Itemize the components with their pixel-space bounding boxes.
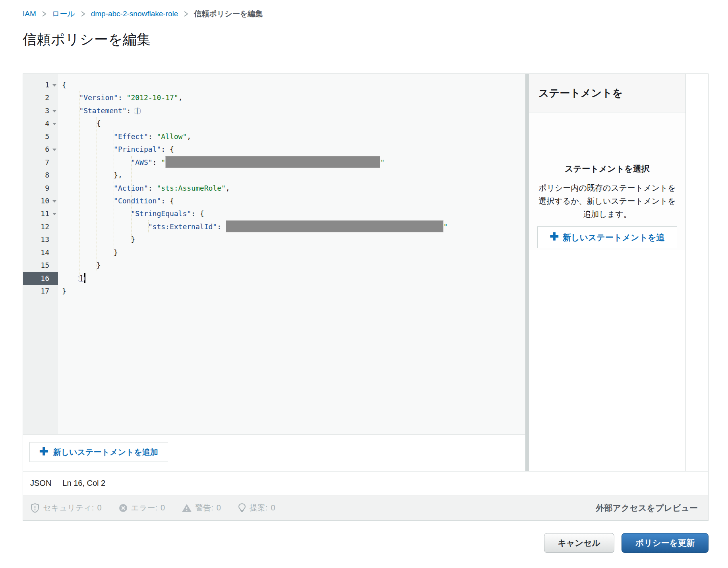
code-line[interactable]: 15 } [23,259,525,272]
fold-toggle-icon[interactable] [52,110,56,112]
code-line[interactable]: 6 "Principal": { [23,143,525,156]
code-line-text[interactable]: { [58,79,66,91]
code-line[interactable]: 10 "Condition": { [23,195,525,207]
select-statement-title: ステートメントを選択 [529,163,685,174]
chevron-right-icon [81,10,85,18]
json-code-editor[interactable]: 1{2 "Version": "2012-10-17",3 "Statement… [23,74,525,435]
line-number[interactable]: 6 [23,143,58,156]
code-line-text[interactable]: } [58,285,66,298]
policy-editor-column: 1{2 "Version": "2012-10-17",3 "Statement… [23,74,525,471]
line-number[interactable]: 9 [23,182,58,195]
code-token: }, [62,171,122,179]
code-token [62,106,79,115]
fold-toggle-icon[interactable] [52,200,56,203]
code-line[interactable]: 9 "Action": "sts:AssumeRole", [23,182,525,195]
line-number[interactable]: 13 [23,233,58,246]
add-statement-button[interactable]: ✚ 新しいステートメントを追加 [29,442,168,462]
code-line-text[interactable]: } [58,259,101,272]
code-line[interactable]: 7 "AWS": "" [23,156,525,169]
code-token: } [62,235,135,243]
breadcrumb-roles[interactable]: ロール [52,9,75,19]
preview-external-access-link[interactable]: 外部アクセスをプレビュー [596,502,698,514]
code-token: "Condition" [114,197,161,205]
line-number[interactable]: 2 [23,91,58,104]
redacted-value [226,220,443,232]
line-number[interactable]: 10 [23,195,58,207]
code-line-text[interactable]: "StringEquals": { [58,207,204,220]
code-token: " [161,158,165,166]
code-line[interactable]: 3 "Statement": [ [23,104,525,117]
code-line-text[interactable]: "Version": "2012-10-17", [58,91,182,104]
code-line[interactable]: 4 { [23,117,525,130]
code-line-text[interactable]: { [58,117,101,130]
code-token: : [118,93,127,102]
code-line[interactable]: 5 "Effect": "Allow", [23,130,525,143]
code-line-text[interactable]: } [58,233,135,246]
add-statement-strip: ✚ 新しいステートメントを追加 [23,435,525,471]
code-line[interactable]: 11 "StringEquals": { [23,207,525,220]
cursor-position: Ln 16, Col 2 [62,479,105,488]
line-number[interactable]: 15 [23,259,58,272]
code-line-text[interactable]: } [58,246,118,259]
security-count: 0 [97,503,101,512]
breadcrumb-iam[interactable]: IAM [23,10,36,18]
line-number[interactable]: 5 [23,130,58,143]
panel-divider[interactable] [525,74,529,471]
code-token: : { [161,197,174,205]
code-line[interactable]: 1{ [23,79,525,91]
code-token [62,158,131,166]
code-line-text[interactable]: "Principal": { [58,143,174,156]
code-lines: 1{2 "Version": "2012-10-17",3 "Statement… [23,79,525,298]
right-filler [686,74,708,471]
error-circle-icon [118,503,128,513]
line-number[interactable]: 12 [23,220,58,233]
fold-toggle-icon[interactable] [52,123,56,125]
breadcrumb-role-name[interactable]: dmp-abc-2-snowflake-role [91,10,178,18]
line-number[interactable]: 3 [23,104,58,117]
shield-exclamation-icon [30,503,40,513]
cancel-button[interactable]: キャンセル [544,533,614,553]
line-number[interactable]: 1 [23,79,58,91]
code-token: } [62,261,101,269]
line-number[interactable]: 16 [23,272,58,285]
code-token: : { [161,145,174,153]
code-line[interactable]: 2 "Version": "2012-10-17", [23,91,525,104]
error-findings: エラー: 0 [118,502,165,513]
add-statement-label: 新しいステートメントを追加 [53,447,158,458]
line-number[interactable]: 14 [23,246,58,259]
code-line[interactable]: 8 }, [23,169,525,182]
line-number[interactable]: 4 [23,117,58,130]
code-token: "Action" [114,184,148,192]
panel-add-statement-label: 新しいステートメントを追加 [563,233,664,248]
code-line[interactable]: 16 ] [23,272,525,285]
code-line-text[interactable]: "AWS": "" [58,156,385,169]
code-token [62,209,131,218]
editor-status-bar: JSON Ln 16, Col 2 [23,471,708,495]
fold-toggle-icon[interactable] [52,213,56,215]
code-token: , [178,93,183,102]
select-statement-description: ポリシー内の既存のステートメントを選択するか、新しいステートメントを追加します。 [538,182,677,221]
line-number[interactable]: 17 [23,285,58,298]
code-line-text[interactable]: "Condition": { [58,195,174,207]
suggestion-findings: 提案: 0 [238,502,275,513]
fold-toggle-icon[interactable] [52,84,56,87]
panel-add-statement-button[interactable]: ✚新しいステートメントを追加 [537,226,677,248]
code-token: : [153,158,161,166]
code-line-text[interactable]: "Effect": "Allow", [58,130,191,143]
line-number[interactable]: 8 [23,169,58,182]
code-line-text[interactable]: "Statement": [ [58,104,139,117]
code-line[interactable]: 12 "sts:ExternalId": " [23,220,525,233]
line-number[interactable]: 7 [23,156,58,169]
code-line[interactable]: 13 } [23,233,525,246]
code-token: "StringEquals" [131,209,191,218]
code-line-text[interactable]: ] [58,272,85,285]
code-line-text[interactable]: }, [58,169,122,182]
update-policy-button[interactable]: ポリシーを更新 [622,533,709,553]
line-number[interactable]: 11 [23,207,58,220]
code-line-text[interactable]: "Action": "sts:AssumeRole", [58,182,230,195]
fold-toggle-icon[interactable] [52,149,56,151]
code-line[interactable]: 17} [23,285,525,298]
code-token: " [380,158,385,166]
code-line[interactable]: 14 } [23,246,525,259]
code-line-text[interactable]: "sts:ExternalId": " [58,220,448,233]
